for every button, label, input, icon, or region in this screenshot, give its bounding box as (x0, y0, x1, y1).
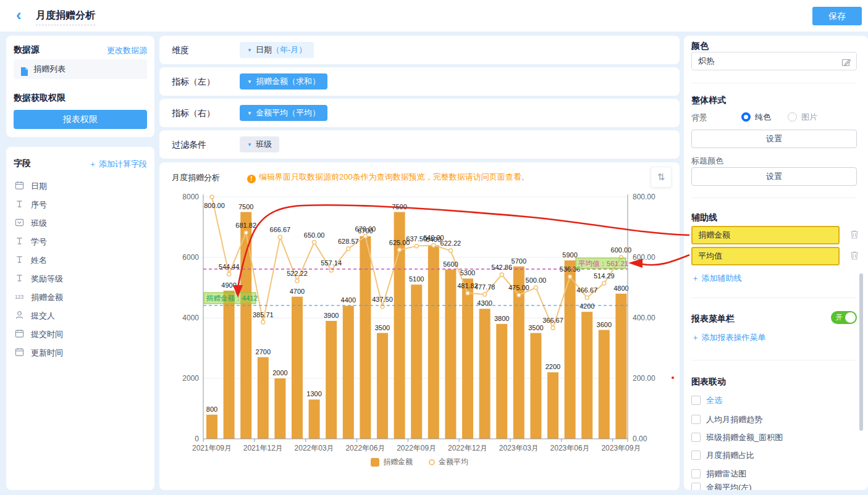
field-item-姓名[interactable]: 姓名 (6, 251, 154, 269)
radio-image[interactable]: 图片 (788, 111, 817, 123)
line-point[interactable] (347, 247, 350, 251)
line-point[interactable] (210, 195, 214, 199)
field-item-提交时间[interactable]: 提交时间 (6, 325, 154, 343)
bar-捐赠金额[interactable] (292, 297, 303, 439)
line-point[interactable] (517, 293, 521, 297)
legend-item-捐赠金额[interactable]: 捐赠金额 (371, 457, 413, 467)
bar-value-label: 3500 (528, 324, 543, 331)
line-point[interactable] (500, 273, 504, 277)
report-menu-toggle[interactable]: 开 (831, 311, 857, 324)
bar-捐赠金额[interactable] (206, 415, 217, 439)
bar-捐赠金额[interactable] (343, 306, 354, 439)
line-point[interactable] (466, 291, 470, 295)
change-datasource-link[interactable]: 更改数据源 (107, 45, 147, 56)
title-color-set-button[interactable]: 设置 (691, 167, 857, 186)
bar-捐赠金额[interactable] (547, 372, 558, 439)
linkage-item-捐赠雷达图[interactable]: 捐赠雷达图 (691, 468, 746, 479)
field-item-日期[interactable]: 日期 (6, 177, 154, 195)
line-point[interactable] (227, 272, 231, 276)
linkage-item-人均月捐赠趋势[interactable]: 人均月捐赠趋势 (691, 414, 762, 425)
config-tag[interactable]: ▼捐赠金额（求和） (240, 73, 327, 89)
guide-input-捐赠金额[interactable]: 捐赠金额 (691, 226, 840, 244)
field-item-序号[interactable]: 序号 (6, 195, 154, 214)
line-point[interactable] (534, 286, 537, 289)
scrollbar-thumb[interactable] (859, 273, 863, 431)
line-value-label: 385.71 (253, 311, 274, 318)
line-point[interactable] (432, 243, 436, 247)
datasource-item[interactable]: 捐赠列表 (14, 59, 147, 79)
config-tag[interactable]: ▼金额平均（平均） (240, 105, 327, 121)
line-point[interactable] (602, 281, 606, 285)
background-set-button[interactable]: 设置 (691, 130, 857, 148)
line-point[interactable] (568, 275, 572, 278)
pencil-icon[interactable] (841, 56, 851, 73)
bar-捐赠金额[interactable] (496, 324, 507, 439)
trash-icon[interactable] (849, 250, 859, 263)
line-point[interactable] (398, 248, 402, 252)
line-point[interactable] (313, 241, 316, 244)
field-item-奖励等级[interactable]: 奖励等级 (6, 269, 154, 288)
legend-item-金额平均[interactable]: 金额平均 (429, 457, 468, 467)
bar-捐赠金额[interactable] (224, 291, 235, 439)
line-point[interactable] (363, 235, 367, 238)
bar-捐赠金额[interactable] (274, 378, 285, 439)
color-scheme-input[interactable]: 炽热 (691, 52, 857, 70)
bar-捐赠金额[interactable] (326, 321, 337, 439)
line-point[interactable] (585, 296, 589, 299)
save-button[interactable]: 保存 (812, 7, 862, 25)
back-icon[interactable]: ‹ (16, 6, 22, 25)
config-tag[interactable]: ▼班级 (240, 136, 279, 152)
field-item-班级[interactable]: 班级 (6, 214, 154, 232)
bar-捐赠金额[interactable] (411, 285, 422, 439)
bar-捐赠金额[interactable] (530, 333, 541, 439)
line-point[interactable] (483, 293, 487, 296)
bar-捐赠金额[interactable] (462, 278, 473, 439)
bar-捐赠金额[interactable] (258, 357, 269, 439)
calendar-icon (15, 329, 24, 341)
bar-捐赠金额[interactable] (615, 294, 626, 439)
radio-solid-color[interactable]: 纯色 (741, 111, 771, 123)
line-value-label: 542.86 (491, 264, 512, 271)
line-point[interactable] (551, 326, 555, 330)
bar-捐赠金额[interactable] (377, 333, 388, 439)
field-item-捐赠金额[interactable]: 123捐赠金额 (6, 288, 154, 306)
bar-捐赠金额[interactable] (428, 245, 439, 439)
line-point[interactable] (244, 231, 248, 235)
line-point[interactable] (415, 244, 418, 248)
checkbox-icon[interactable] (691, 433, 701, 442)
report-permission-button[interactable]: 报表权限 (14, 110, 147, 129)
bar-捐赠金额[interactable] (513, 267, 525, 439)
line-point[interactable] (449, 249, 452, 252)
bar-捐赠金额[interactable] (240, 212, 251, 439)
field-item-更新时间[interactable]: 更新时间 (6, 343, 154, 362)
add-calc-field-link[interactable]: ＋ 添加计算字段 (88, 159, 147, 170)
field-item-提交人[interactable]: 提交人 (6, 306, 154, 325)
field-item-学号[interactable]: 学号 (6, 232, 154, 251)
bar-捐赠金额[interactable] (599, 330, 610, 439)
checkbox-icon[interactable] (691, 415, 701, 424)
linkage-item-班级捐赠金额_面积图[interactable]: 班级捐赠金额_面积图 (691, 431, 783, 443)
bar-捐赠金额[interactable] (360, 236, 371, 439)
checkbox-icon[interactable] (691, 396, 701, 405)
bar-捐赠金额[interactable] (479, 309, 491, 439)
checkbox-icon[interactable] (691, 469, 701, 478)
linkage-item-金额平均(左)[interactable]: 金额平均(左) (691, 481, 752, 490)
line-point[interactable] (261, 320, 265, 324)
linkage-select-all[interactable]: 全选 (691, 394, 722, 406)
divider (691, 83, 856, 83)
checkbox-icon[interactable] (691, 483, 701, 490)
bar-捐赠金额[interactable] (445, 270, 456, 439)
page-title[interactable]: 月度捐赠分析 (36, 9, 95, 25)
line-point[interactable] (278, 235, 282, 239)
linkage-item-月度捐赠占比[interactable]: 月度捐赠占比 (691, 449, 754, 460)
checkbox-icon[interactable] (691, 451, 701, 460)
bar-捐赠金额[interactable] (309, 399, 320, 439)
add-guide-link[interactable]: ＋ 添加辅助线 (691, 273, 742, 284)
trash-icon[interactable] (849, 229, 859, 242)
bar-捐赠金额[interactable] (581, 312, 592, 439)
guide-input-平均值[interactable]: 平均值 (691, 247, 840, 265)
add-report-menu-link[interactable]: ＋ 添加报表操作菜单 (691, 332, 766, 343)
config-tag[interactable]: ▼日期（年-月） (240, 42, 314, 58)
bar-value-label: 2000 (272, 369, 287, 376)
line-point[interactable] (295, 279, 299, 283)
